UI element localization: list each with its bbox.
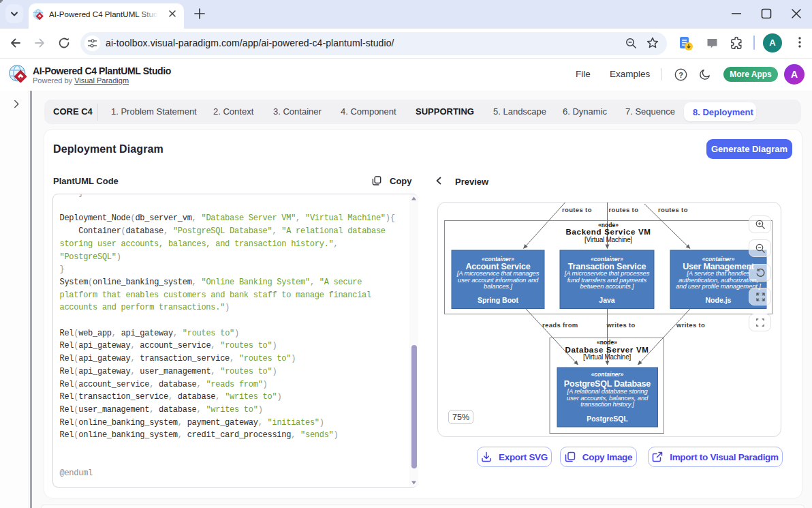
svg-text:Backend Service VM: Backend Service VM	[565, 228, 651, 236]
svg-text:writes to: writes to	[676, 321, 705, 329]
svg-text:and user profile management.]: and user profile management.]	[676, 282, 761, 290]
svg-text:Database Server VM: Database Server VM	[565, 346, 649, 354]
svg-text:[Virtual Machine]: [Virtual Machine]	[583, 353, 631, 361]
svg-text:Spring Boot: Spring Boot	[478, 296, 519, 304]
svg-text:«node»: «node»	[597, 339, 617, 346]
svg-text:[Virtual Machine]: [Virtual Machine]	[584, 236, 633, 243]
svg-text:routes to: routes to	[658, 206, 688, 213]
svg-text:?: ?	[678, 71, 683, 79]
svg-text:balances.]: balances.]	[484, 282, 512, 290]
svg-text:routes to: routes to	[562, 206, 592, 213]
svg-text:Java: Java	[599, 296, 615, 304]
svg-text:Node.js: Node.js	[706, 296, 732, 304]
svg-text:PostgreSQL: PostgreSQL	[587, 415, 628, 423]
svg-text:between accounts.]: between accounts.]	[580, 282, 634, 290]
svg-text:transaction history.]: transaction history.]	[580, 400, 634, 408]
svg-text:writes to: writes to	[606, 321, 636, 329]
svg-text:«container»: «container»	[591, 371, 624, 378]
svg-text:routes to: routes to	[609, 206, 639, 213]
svg-text:reads from: reads from	[542, 321, 578, 329]
